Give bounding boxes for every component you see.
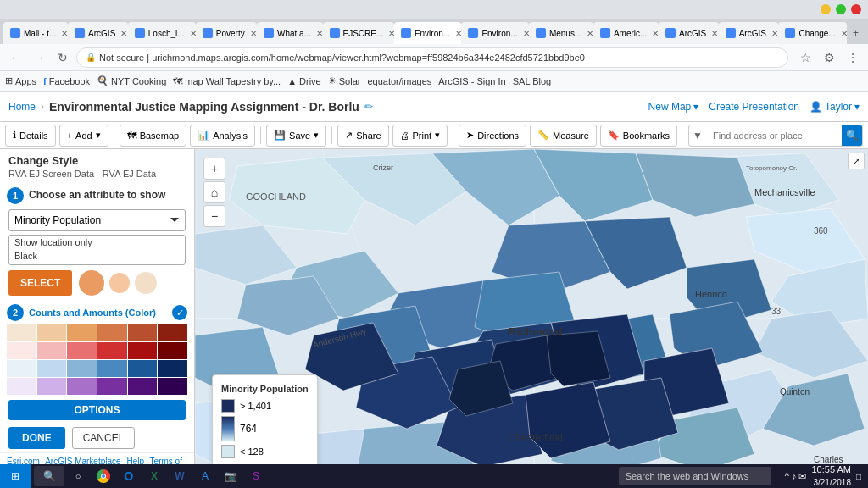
swatch-2-5[interactable] — [128, 342, 158, 359]
share-btn[interactable]: ↗ Share — [337, 125, 388, 147]
start-button[interactable]: ⊞ — [0, 464, 31, 488]
swatch-3-6[interactable] — [158, 360, 187, 377]
bookmark-walltapestry[interactable]: 🗺 map Wall Tapestry by... — [173, 76, 281, 86]
swatch-3-4[interactable] — [97, 360, 127, 377]
swatch-4-1[interactable] — [7, 378, 36, 395]
swatch-2-4[interactable] — [97, 342, 127, 359]
forward-btn[interactable]: → — [29, 47, 49, 68]
swatch-4-5[interactable] — [128, 378, 158, 395]
tray-notifications[interactable]: □ — [856, 472, 861, 481]
taskbar-word-btn[interactable]: W — [168, 466, 192, 486]
attr-item-location[interactable]: Show location only — [9, 236, 185, 249]
swatch-2-6[interactable] — [158, 342, 187, 359]
bookmark-equator[interactable]: equator/images — [367, 76, 431, 86]
new-tab-btn[interactable]: + — [847, 22, 865, 44]
swatch-3-3[interactable] — [67, 360, 97, 377]
swatch-1-3[interactable] — [67, 324, 97, 341]
swatch-4-4[interactable] — [97, 378, 127, 395]
swatch-3-1[interactable] — [7, 360, 36, 377]
tab-menus[interactable]: Menus... ✕ — [529, 22, 593, 44]
search-input[interactable] — [706, 125, 842, 146]
zoom-out-btn[interactable]: − — [203, 205, 225, 227]
tab-close-what[interactable]: ✕ — [316, 29, 323, 38]
bookmark-sal[interactable]: SAL Blog — [513, 76, 551, 86]
swatch-4-6[interactable] — [158, 378, 187, 395]
tab-environ1[interactable]: Environ... ✕ — [394, 22, 462, 44]
swatch-1-1[interactable] — [7, 324, 36, 341]
tab-close-arcgis3[interactable]: ✕ — [771, 29, 778, 38]
bookmark-arcgis-signin[interactable]: ArcGIS - Sign In — [438, 76, 505, 86]
map-expand-btn[interactable]: ⤢ — [848, 152, 865, 169]
create-presentation-btn[interactable]: Create Presentation — [709, 101, 799, 113]
tab-close-arcgis2[interactable]: ✕ — [711, 29, 718, 38]
tab-arcgis2[interactable]: ArcGIS ✕ — [659, 22, 719, 44]
minimize-btn[interactable] — [821, 4, 831, 14]
taskbar-excel-btn[interactable]: X — [142, 466, 166, 486]
zoom-in-btn[interactable]: + — [203, 158, 225, 180]
taskbar-cortana-btn[interactable]: ○ — [66, 466, 90, 486]
tab-close-environ1[interactable]: ✕ — [455, 29, 461, 38]
swatch-1-6[interactable] — [158, 324, 187, 341]
maximize-btn[interactable] — [836, 4, 846, 14]
bookmark-nyt[interactable]: 🍳 NYT Cooking — [97, 75, 166, 86]
extensions-icon[interactable]: ⚙ — [819, 47, 839, 68]
bookmark-star-icon[interactable]: ☆ — [795, 47, 815, 68]
tab-arcgis1[interactable]: ArcGIS ✕ — [68, 22, 128, 44]
tab-close-menus[interactable]: ✕ — [587, 29, 593, 38]
swatch-1-2[interactable] — [37, 324, 67, 341]
taskbar-arcgis-btn[interactable]: A — [193, 466, 217, 486]
save-btn[interactable]: 💾 Save ▾ — [266, 125, 326, 147]
back-btn[interactable]: ← — [5, 47, 25, 68]
taskbar-app9-btn[interactable]: S — [244, 466, 268, 486]
taskbar-search-bar[interactable]: Search the web and Windows — [619, 467, 771, 485]
user-menu-btn[interactable]: 👤 Taylor ▾ — [810, 101, 860, 113]
tab-what[interactable]: What a... ✕ — [257, 22, 323, 44]
swatch-3-5[interactable] — [128, 360, 158, 377]
taskbar-photos-btn[interactable]: 📷 — [219, 466, 242, 486]
map-area[interactable]: Mechanicsville Richmond Henrico Chesterf… — [195, 149, 868, 488]
swatch-2-2[interactable] — [37, 342, 67, 359]
tab-poverty[interactable]: Poverty ✕ — [196, 22, 257, 44]
tab-close-ejscreen[interactable]: ✕ — [388, 29, 394, 38]
tab-mail[interactable]: Mail - t... ✕ — [3, 22, 68, 44]
tab-close-losch[interactable]: ✕ — [190, 29, 196, 38]
edit-title-icon[interactable]: ✏ — [364, 101, 373, 113]
swatch-4-2[interactable] — [37, 378, 67, 395]
measure-btn[interactable]: 📏 Measure — [530, 125, 597, 147]
directions-btn[interactable]: ➤ Directions — [459, 125, 526, 147]
tab-losch[interactable]: Losch_l... ✕ — [128, 22, 196, 44]
map-search-bar[interactable]: ▼ 🔍 — [688, 125, 863, 147]
tab-environ2[interactable]: Environ... ✕ — [461, 22, 529, 44]
tab-close-poverty[interactable]: ✕ — [250, 29, 257, 38]
attr-item-black[interactable]: Black — [9, 249, 185, 263]
swatch-2-1[interactable] — [7, 342, 36, 359]
tab-close-arcgis1[interactable]: ✕ — [120, 29, 127, 38]
details-btn[interactable]: ℹ Details — [5, 125, 56, 147]
swatch-2-3[interactable] — [67, 342, 97, 359]
tab-close-mail[interactable]: ✕ — [61, 29, 68, 38]
done-btn[interactable]: DONE — [8, 427, 65, 449]
tab-close-american[interactable]: ✕ — [652, 29, 659, 38]
menu-icon[interactable]: ⋮ — [843, 47, 863, 68]
refresh-btn[interactable]: ↻ — [53, 47, 73, 68]
basemap-btn[interactable]: 🗺 Basemap — [120, 125, 186, 147]
address-bar[interactable]: 🔒 Not secure | urichmond.maps.arcgis.com… — [76, 47, 788, 68]
bookmarks-btn[interactable]: 🔖 Bookmarks — [600, 125, 677, 147]
tab-american[interactable]: Americ... ✕ — [593, 22, 659, 44]
new-map-btn[interactable]: New Map ▾ — [648, 101, 699, 113]
taskbar-search[interactable]: 🔍 — [34, 466, 64, 486]
bookmark-solar[interactable]: ☀ Solar — [328, 75, 361, 86]
bookmark-drive[interactable]: ▲ Drive — [287, 76, 321, 86]
tab-arcgis3[interactable]: ArcGIS ✕ — [719, 22, 779, 44]
add-btn[interactable]: + Add ▾ — [59, 125, 108, 147]
taskbar-chrome-btn[interactable] — [92, 466, 115, 486]
breadcrumb-home[interactable]: Home — [8, 101, 36, 113]
tab-ejscreen[interactable]: EJSCRE... ✕ — [323, 22, 394, 44]
bookmark-facebook[interactable]: f Facebook — [43, 76, 90, 86]
bookmark-apps[interactable]: ⊞ Apps — [5, 75, 36, 86]
tab-close-change[interactable]: ✕ — [841, 29, 847, 38]
home-extent-btn[interactable]: ⌂ — [203, 181, 225, 203]
swatch-1-4[interactable] — [97, 324, 127, 341]
close-btn[interactable] — [851, 4, 861, 14]
tab-close-environ2[interactable]: ✕ — [523, 29, 529, 38]
